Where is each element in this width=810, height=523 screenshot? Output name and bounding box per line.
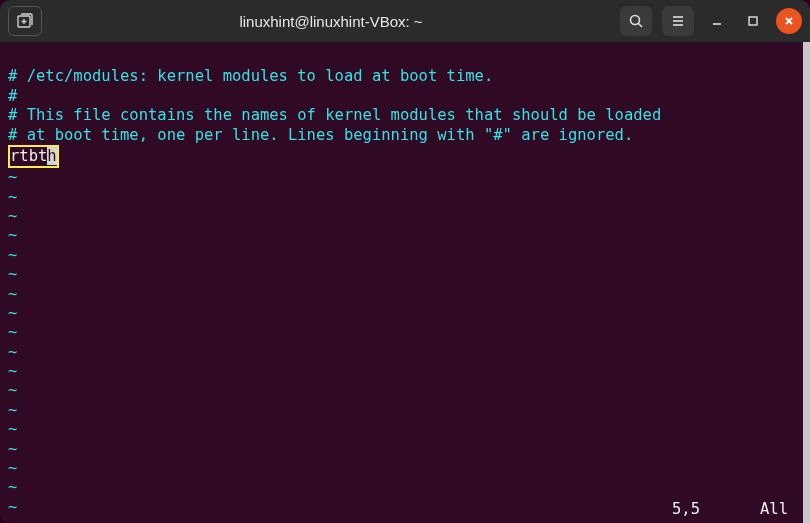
close-button[interactable] bbox=[776, 8, 802, 34]
terminal-content[interactable]: # /etc/modules: kernel modules to load a… bbox=[0, 42, 810, 523]
titlebar: linuxhint@linuxhint-VBox: ~ bbox=[0, 0, 810, 42]
window-title: linuxhint@linuxhint-VBox: ~ bbox=[50, 13, 612, 30]
terminal-window: linuxhint@linuxhint-VBox: ~ bbox=[0, 0, 810, 523]
empty-line-tilde: ~ bbox=[8, 343, 17, 361]
close-icon bbox=[782, 14, 796, 28]
empty-line-tilde: ~ bbox=[8, 362, 17, 380]
highlighted-module: rtbth bbox=[8, 145, 59, 168]
empty-line-tilde: ~ bbox=[8, 265, 17, 283]
empty-line-tilde: ~ bbox=[8, 168, 17, 186]
scroll-indicator: All bbox=[760, 500, 798, 519]
new-tab-icon bbox=[16, 12, 34, 30]
empty-line-tilde: ~ bbox=[8, 246, 17, 264]
empty-line-tilde: ~ bbox=[8, 226, 17, 244]
empty-line-tilde: ~ bbox=[8, 207, 17, 225]
minimize-button[interactable] bbox=[704, 8, 730, 34]
module-name: rtbt bbox=[10, 147, 47, 165]
empty-line-tilde: ~ bbox=[8, 459, 17, 477]
vim-status-line: 5,5 All bbox=[8, 500, 798, 519]
minimize-icon bbox=[710, 14, 724, 28]
comment-line: # at boot time, one per line. Lines begi… bbox=[8, 126, 633, 144]
svg-line-4 bbox=[639, 24, 643, 28]
menu-button[interactable] bbox=[662, 6, 694, 36]
empty-line-tilde: ~ bbox=[8, 285, 17, 303]
empty-line-tilde: ~ bbox=[8, 188, 17, 206]
cursor-position: 5,5 bbox=[672, 500, 700, 519]
empty-line-tilde: ~ bbox=[8, 478, 17, 496]
maximize-icon bbox=[746, 14, 760, 28]
comment-line: # This file contains the names of kernel… bbox=[8, 106, 661, 124]
hamburger-icon bbox=[670, 13, 686, 29]
search-icon bbox=[628, 13, 644, 29]
scrollbar[interactable] bbox=[803, 42, 810, 523]
empty-line-tilde: ~ bbox=[8, 401, 17, 419]
search-button[interactable] bbox=[620, 6, 652, 36]
comment-line: # bbox=[8, 87, 17, 105]
editor-cursor: h bbox=[47, 147, 56, 165]
empty-line-tilde: ~ bbox=[8, 420, 17, 438]
empty-line-tilde: ~ bbox=[8, 304, 17, 322]
svg-rect-9 bbox=[749, 17, 757, 25]
new-tab-button[interactable] bbox=[8, 6, 42, 36]
svg-point-3 bbox=[631, 16, 640, 25]
maximize-button[interactable] bbox=[740, 8, 766, 34]
empty-line-tilde: ~ bbox=[8, 323, 17, 341]
comment-line: # /etc/modules: kernel modules to load a… bbox=[8, 67, 493, 85]
titlebar-right bbox=[620, 6, 802, 36]
empty-line-tilde: ~ bbox=[8, 381, 17, 399]
titlebar-left bbox=[8, 6, 42, 36]
empty-line-tilde: ~ bbox=[8, 440, 17, 458]
